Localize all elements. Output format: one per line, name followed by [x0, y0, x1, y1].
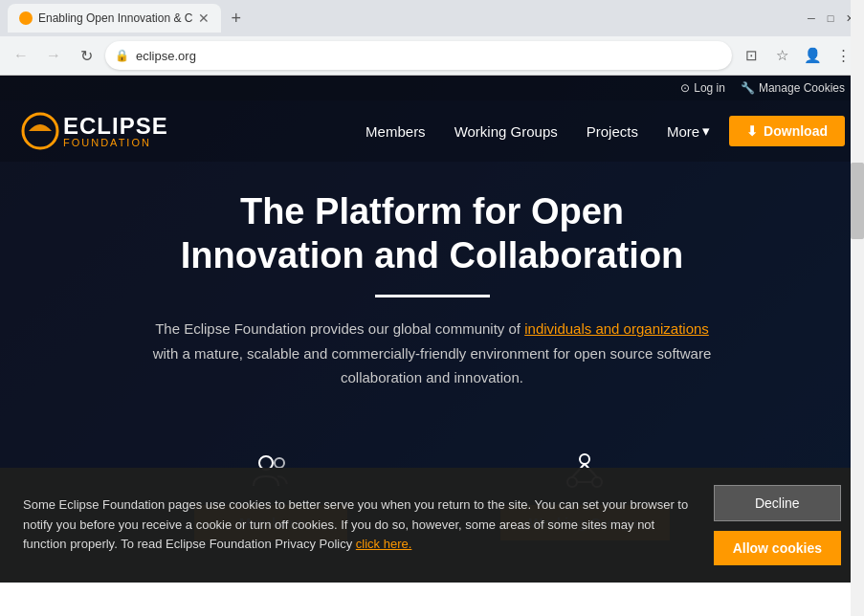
nav-projects[interactable]: Projects [587, 123, 638, 140]
manage-cookies-link[interactable]: 🔧 Manage Cookies [741, 81, 845, 95]
logo-text: ECLIPSE FOUNDATION [63, 115, 168, 148]
nav-more[interactable]: More ▾ [667, 122, 710, 140]
login-link[interactable]: ⊙ Log in [680, 81, 725, 95]
address-bar-row: ← → ↻ 🔒 ⊡ ☆ 👤 ⋮ [0, 36, 864, 75]
address-wrap: 🔒 [105, 41, 732, 70]
browser-chrome: Enabling Open Innovation & C ✕ + ─ □ ✕ ←… [0, 0, 864, 76]
svg-point-3 [580, 454, 589, 464]
new-tab-button[interactable]: + [227, 8, 245, 29]
nav-members[interactable]: Members [366, 123, 426, 140]
svg-point-2 [275, 458, 284, 468]
window-controls: ─ □ ✕ [805, 11, 856, 25]
nav-links: Members Working Groups Projects More ▾ [366, 122, 710, 140]
cookie-decline-button[interactable]: Decline [714, 485, 841, 521]
cookie-banner: Some Eclipse Foundation pages use cookie… [0, 468, 864, 583]
title-bar: Enabling Open Innovation & C ✕ + ─ □ ✕ [0, 0, 864, 36]
lock-icon: 🔒 [115, 49, 129, 62]
main-nav: ECLIPSE FOUNDATION Members Working Group… [0, 100, 864, 162]
profile-button[interactable]: 👤 [799, 42, 826, 69]
cast-button[interactable]: ⊡ [738, 42, 764, 69]
address-bar[interactable] [105, 41, 732, 70]
tab-close-button[interactable]: ✕ [198, 11, 210, 26]
nav-working-groups[interactable]: Working Groups [454, 123, 558, 140]
bookmark-button[interactable]: ☆ [768, 42, 795, 69]
hero-title: The Platform for Open Innovation and Col… [19, 190, 845, 277]
cookie-icon: 🔧 [741, 81, 755, 95]
chevron-down-icon: ▾ [702, 122, 710, 140]
logo-icon [19, 110, 61, 152]
maximize-button[interactable]: □ [824, 11, 837, 25]
individuals-link[interactable]: individuals and organizations [524, 320, 709, 337]
cookie-text: Some Eclipse Foundation pages use cookie… [23, 495, 695, 555]
forward-button[interactable]: → [40, 42, 67, 69]
utility-bar: ⊙ Log in 🔧 Manage Cookies [0, 76, 864, 100]
cookie-buttons: Decline Allow cookies [714, 485, 841, 565]
browser-tab[interactable]: Enabling Open Innovation & C ✕ [8, 4, 221, 33]
minimize-button[interactable]: ─ [805, 11, 818, 25]
cookie-privacy-link[interactable]: click here. [356, 537, 412, 551]
logo[interactable]: ECLIPSE FOUNDATION [19, 110, 168, 152]
site-wrapper: ⊙ Log in 🔧 Manage Cookies ECLIPSE FOUNDA… [0, 76, 864, 583]
scrollbar[interactable] [851, 0, 864, 616]
login-icon: ⊙ [680, 81, 690, 95]
toolbar-icons: ⊡ ☆ 👤 ⋮ [738, 42, 856, 69]
cookie-allow-button[interactable]: Allow cookies [714, 531, 841, 565]
hero-divider [375, 295, 490, 297]
download-button[interactable]: ⬇ Download [729, 116, 845, 146]
hero-content: The Platform for Open Innovation and Col… [0, 162, 864, 438]
tab-title: Enabling Open Innovation & C [38, 11, 192, 25]
tab-favicon [19, 11, 33, 25]
logo-eclipse-text: ECLIPSE [63, 115, 168, 138]
refresh-button[interactable]: ↻ [73, 42, 100, 69]
hero-description: The Eclipse Foundation provides our glob… [145, 317, 720, 390]
logo-foundation-text: FOUNDATION [63, 138, 168, 148]
scrollbar-thumb[interactable] [851, 163, 864, 239]
download-icon: ⬇ [746, 123, 758, 139]
back-button[interactable]: ← [8, 42, 34, 69]
